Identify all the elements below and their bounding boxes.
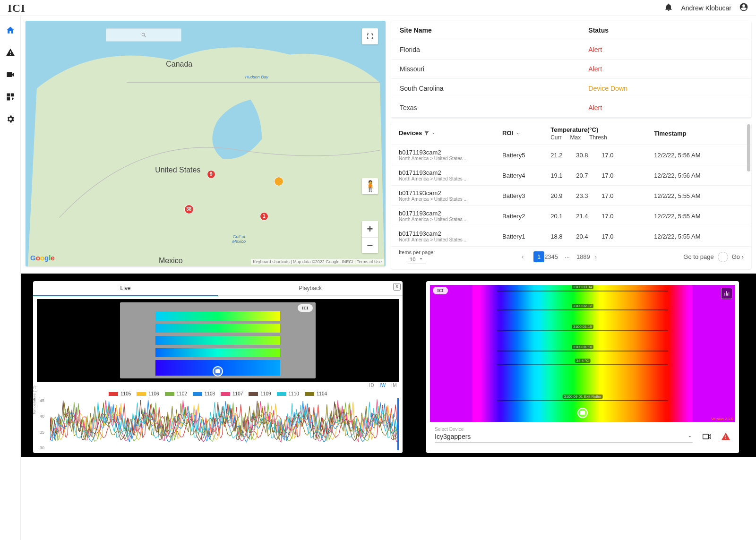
legend-item[interactable]: 1109 (249, 391, 271, 396)
legend-item[interactable]: 1108 (193, 391, 215, 396)
site-row[interactable]: Texas Alert (391, 98, 751, 118)
capture-button[interactable] (213, 366, 223, 377)
device-row[interactable]: b0171193cam2North America > United State… (391, 186, 751, 206)
legend-label: 1110 (289, 391, 299, 396)
sort-icon[interactable] (431, 130, 437, 137)
avatar-icon[interactable] (739, 2, 748, 13)
roi-marker[interactable]: 3100.02.12 (497, 309, 668, 310)
close-panel-button[interactable]: X (393, 283, 401, 291)
legend-item[interactable]: 1107 (221, 391, 243, 396)
page-button[interactable]: 1 (533, 251, 544, 262)
site-name: Texas (400, 104, 588, 111)
device-row[interactable]: b0171193cam2North America > United State… (391, 145, 751, 165)
thermal-image[interactable]: ICI 3100.03.343100.02.123100.01.153100.0… (430, 285, 735, 422)
map-fullscreen-button[interactable] (362, 28, 378, 44)
device-timestamp: 12/2/22, 5:56 AM (654, 172, 744, 179)
map-label-country: Canada (166, 60, 192, 69)
site-status-table: Site Name Status Florida AlertMissouri A… (391, 21, 751, 118)
chart-ylabel: Temperature (°C) (33, 386, 36, 414)
map-zoom-in-button[interactable]: + (362, 221, 378, 237)
filter-icon[interactable] (424, 130, 430, 137)
legend-item[interactable]: 1102 (165, 391, 187, 396)
version-label: Version 2.1.0 (711, 417, 733, 421)
device-path: North America > United States ... (399, 217, 502, 222)
goto-button[interactable]: Go › (732, 253, 744, 260)
map-marker[interactable]: 38 (185, 205, 193, 214)
tab-playback[interactable]: Playback (218, 281, 403, 295)
map-label-water: Gulf of Mexico (227, 234, 251, 244)
temp-max: 20.7 (576, 172, 593, 179)
temperature-chart[interactable]: Temperature (°C) 45 40 35 30 (50, 398, 399, 450)
map-zoom-out-button[interactable]: − (362, 237, 378, 253)
nav-home-icon[interactable] (6, 26, 15, 36)
legend-swatch (249, 392, 258, 396)
view-mode-toggle[interactable]: ID IW IM (33, 382, 403, 389)
device-row[interactable]: b0171193cam2North America > United State… (391, 206, 751, 226)
temp-thresh: 17.0 (601, 192, 619, 199)
temp-max: 20.4 (576, 233, 593, 240)
caret-down-icon (687, 434, 693, 439)
site-name: Missouri (400, 65, 588, 73)
timestamp-header: Timestamp (654, 130, 744, 137)
legend-item[interactable]: 1110 (277, 391, 299, 396)
site-row[interactable]: South Carolina Device Down (391, 79, 751, 98)
device-path: North America > United States ... (399, 237, 502, 242)
device-row[interactable]: b0171193cam2North America > United State… (391, 165, 751, 186)
chart-toggle-icon[interactable] (721, 288, 732, 299)
map-search-input[interactable] (106, 28, 181, 42)
page-last-button[interactable]: 1889 (576, 253, 585, 260)
nav-settings-icon[interactable] (6, 114, 15, 125)
site-row[interactable]: Missouri Alert (391, 60, 751, 79)
nav-alerts-icon[interactable] (6, 48, 15, 59)
legend-label: 1102 (177, 391, 187, 396)
temp-curr-header: Curr (550, 134, 561, 141)
ici-badge: ICI (433, 287, 448, 294)
roi-marker[interactable]: 34.4 °C (497, 364, 668, 365)
roi-marker[interactable]: 3100.03.34 (497, 291, 668, 291)
page-next-button[interactable]: › (592, 253, 600, 260)
camera-icon[interactable] (701, 432, 713, 443)
page-button[interactable]: 4 (551, 253, 555, 260)
sort-icon[interactable] (515, 130, 521, 137)
legend-item[interactable]: 1106 (137, 391, 159, 396)
temp-curr: 20.9 (550, 192, 567, 199)
map-marker[interactable]: 1 (260, 213, 268, 220)
nav-camera-icon[interactable] (6, 70, 15, 81)
device-timestamp: 12/2/22, 5:56 AM (654, 152, 744, 159)
username-label: Andrew Klobucar (681, 4, 731, 12)
site-name: South Carolina (400, 85, 588, 92)
notifications-icon[interactable] (664, 2, 673, 13)
legend-label: 1107 (232, 391, 243, 396)
map-marker[interactable]: 9 (207, 171, 215, 178)
tab-live[interactable]: Live (33, 281, 218, 296)
temp-thresh: 17.0 (601, 233, 619, 240)
roi-marker[interactable]: 3100.01.10 (497, 351, 668, 351)
live-camera-panel: X Live Playback ICI (33, 281, 403, 453)
temp-curr: 19.1 (550, 172, 567, 179)
alert-icon[interactable] (721, 432, 730, 443)
page-prev-button[interactable]: ‹ (518, 253, 527, 260)
legend-item[interactable]: 1105 (109, 391, 131, 396)
site-status: Alert (588, 65, 743, 73)
temp-max: 23.3 (576, 192, 593, 199)
site-row[interactable]: Florida Alert (391, 40, 751, 60)
device-name: b0171193cam2 (399, 169, 441, 176)
goto-input[interactable] (718, 252, 728, 262)
devices-header[interactable]: Devices (399, 129, 422, 137)
legend-item[interactable]: 1104 (305, 391, 327, 396)
device-select[interactable]: Select Device Icy3gappers (435, 427, 693, 443)
live-view[interactable]: ICI (37, 299, 399, 382)
items-per-page[interactable]: Items per page: 10 (399, 249, 435, 264)
page-button[interactable]: 5 (555, 253, 558, 260)
scrollbar-thumb[interactable] (747, 124, 750, 171)
roi-marker[interactable]: 3100.09.01 Exit Roller (497, 400, 668, 401)
map-panel[interactable]: Canada United States Mexico Hudson Bay G… (26, 21, 386, 266)
map-streetview-icon[interactable]: 🧍 (362, 178, 378, 194)
nav-widgets-icon[interactable] (6, 92, 15, 103)
map-marker[interactable] (275, 177, 283, 186)
device-row[interactable]: b0171193cam2North America > United State… (391, 226, 751, 247)
capture-button[interactable] (577, 408, 588, 418)
roi-header[interactable]: ROI (502, 129, 513, 137)
roi-marker[interactable]: 3100.01.15 (497, 330, 668, 331)
page-button[interactable]: 3 (548, 253, 551, 260)
